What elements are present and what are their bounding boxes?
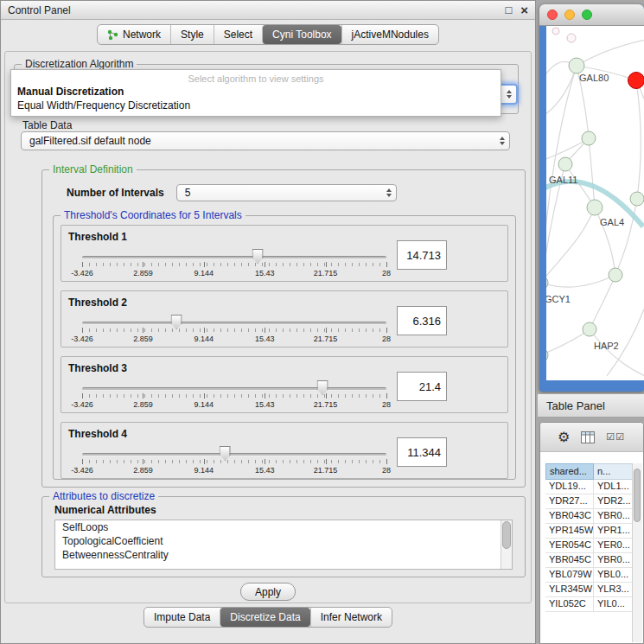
close-traffic-light-icon[interactable]: [547, 10, 558, 20]
table-row[interactable]: YBR043C YBR0...: [545, 509, 634, 524]
number-of-intervals-value: 5: [185, 187, 191, 199]
zoom-traffic-light-icon[interactable]: [582, 10, 592, 20]
table-row[interactable]: YPR145W YPR1...: [545, 524, 634, 539]
numerical-attributes-list: SelfLoops TopologicalCoefficient Between…: [54, 520, 513, 570]
table-row[interactable]: YDR27... YDR2...: [545, 494, 634, 509]
columns-icon[interactable]: [581, 431, 595, 443]
threshold-1-slider[interactable]: -3.426 2.859 9.144 15.43 21.715 28: [82, 248, 386, 279]
network-canvas[interactable]: GAL80 GAL11 GAL4 GCY1 HAP2: [546, 26, 644, 380]
gear-icon[interactable]: ⚙: [558, 430, 570, 444]
select-columns-icon[interactable]: ☑☑: [606, 431, 625, 443]
scrollbar-thumb[interactable]: [502, 521, 511, 549]
dropdown-hint: Select algorithm to view settings: [11, 72, 501, 85]
node[interactable]: [609, 268, 622, 282]
node[interactable]: [630, 192, 644, 206]
node-hap2[interactable]: [583, 322, 596, 336]
tab-jactivemnodules[interactable]: jActiveMNodules: [341, 25, 438, 44]
slider-track[interactable]: [82, 387, 386, 391]
threshold-1-value-field[interactable]: 14.713: [397, 240, 447, 270]
slider-track[interactable]: [82, 453, 386, 456]
column-header-name[interactable]: n...: [594, 463, 634, 480]
node-gcy1[interactable]: [546, 276, 548, 290]
table-row[interactable]: YDL19... YDL1...: [545, 480, 634, 494]
control-panel-window: Control Panel □ × Network: [0, 0, 536, 644]
slider-track[interactable]: [82, 256, 386, 259]
highlighted-node[interactable]: [628, 73, 644, 89]
node-label-gal4: GAL4: [600, 217, 624, 227]
threshold-4-panel: Threshold 4 -3.426 2.859 9.144 15.43: [61, 422, 508, 479]
node[interactable]: [546, 348, 548, 362]
dropdown-option-equal-width-frequency[interactable]: Equal Width/Frequency Discretization: [11, 99, 501, 112]
threshold-4-value-field[interactable]: 11.344: [397, 437, 447, 467]
threshold-3-slider[interactable]: -3.426 2.859 9.144 15.43 21.715 28: [82, 379, 386, 411]
tab-select[interactable]: Select: [214, 25, 262, 44]
minimize-traffic-light-icon[interactable]: [564, 10, 575, 20]
node-gal4[interactable]: [587, 200, 603, 215]
algorithm-dropdown-list: Select algorithm to view settings Manual…: [10, 69, 501, 117]
control-panel-titlebar[interactable]: Control Panel □ ×: [1, 1, 535, 20]
slider-thumb[interactable]: [317, 380, 328, 395]
apply-button[interactable]: Apply: [240, 583, 296, 601]
column-header-shared-name[interactable]: shared...: [545, 463, 594, 480]
table-body: YDL19... YDL1... YDR27... YDR2... YBR043…: [545, 480, 634, 612]
slider-ticks: [82, 263, 386, 266]
table-panel-title: Table Panel: [546, 399, 605, 412]
table-data-combobox[interactable]: galFiltered.sif default node: [21, 131, 510, 150]
slider-thumb[interactable]: [252, 249, 264, 264]
slider-thumb[interactable]: [171, 315, 182, 329]
node-gal11[interactable]: [558, 157, 572, 171]
tab-infer-network[interactable]: Infer Network: [310, 608, 392, 627]
table-header-row: shared... n...: [545, 463, 634, 480]
interval-definition-title: Interval Definition: [49, 163, 137, 175]
small-node[interactable]: [552, 28, 559, 35]
list-item[interactable]: TopologicalCoefficient: [55, 534, 512, 548]
tab-style[interactable]: Style: [170, 25, 214, 44]
slider-track[interactable]: [82, 322, 386, 325]
combo-arrows-icon: [507, 90, 512, 99]
discretization-algorithm-group-title: Discretization Algorithm: [22, 58, 137, 70]
threshold-3-value-field[interactable]: 21.4: [397, 372, 447, 401]
dropdown-option-manual-discretization[interactable]: Manual Discretization: [11, 85, 501, 99]
window-title: Control Panel: [8, 4, 71, 16]
slider-ticks: [82, 394, 386, 398]
attributes-scrollbar[interactable]: [501, 520, 512, 569]
table-row[interactable]: YBL079W YBL0...: [545, 568, 634, 583]
threshold-2-slider[interactable]: -3.426 2.859 9.144 15.43 21.715 28: [82, 314, 386, 345]
combo-arrows-icon: [386, 188, 392, 197]
node-table-window: ⚙ ☑☑ shared... n... YDL19... YDL1... YDR…: [539, 422, 644, 644]
node-label-gcy1: GCY1: [546, 294, 571, 304]
table-row[interactable]: YER054C YER0...: [545, 539, 634, 553]
table-scrollbar[interactable]: [632, 463, 642, 642]
node[interactable]: [582, 131, 596, 145]
list-item[interactable]: SelfLoops: [55, 520, 512, 534]
table-data-value: galFiltered.sif default node: [29, 135, 151, 147]
thresholds-group-title: Threshold's Coordinates for 5 Intervals: [61, 209, 245, 221]
float-window-icon[interactable]: □: [505, 4, 512, 16]
number-of-intervals-label: Number of Intervals: [67, 187, 164, 199]
threshold-2-value-field[interactable]: 6.316: [397, 306, 447, 335]
table-data-label: Table Data: [22, 119, 72, 131]
threshold-4-slider[interactable]: -3.426 2.859 9.144 15.43 21.715 28: [82, 445, 386, 476]
slider-thumb[interactable]: [220, 446, 231, 461]
tab-cyni-toolbox[interactable]: Cyni Toolbox: [262, 25, 341, 44]
table-panel-titlebar[interactable]: Table Panel: [538, 393, 644, 418]
table-row[interactable]: YLR345W YLR3...: [545, 583, 634, 597]
tab-network[interactable]: Network: [98, 25, 170, 44]
slider-ticks: [82, 328, 386, 332]
number-of-intervals-combobox[interactable]: 5: [176, 184, 397, 201]
list-item[interactable]: BetweennessCentrality: [55, 548, 512, 562]
tab-network-label: Network: [123, 29, 161, 41]
table-row[interactable]: YIL052C YIL0...: [545, 597, 634, 612]
node-gal80[interactable]: [569, 58, 584, 73]
tab-impute-data[interactable]: Impute Data: [144, 608, 220, 627]
node-label-gal11: GAL11: [549, 175, 577, 185]
network-window-titlebar[interactable]: [539, 4, 644, 26]
close-icon[interactable]: ×: [520, 4, 528, 16]
small-node[interactable]: [567, 34, 576, 42]
node-label-gal80: GAL80: [579, 73, 609, 83]
top-tab-bar: Network Style Select Cyni Toolbox jActiv…: [1, 24, 535, 45]
thresholds-group: Threshold's Coordinates for 5 Intervals …: [53, 215, 516, 480]
table-row[interactable]: YBR045C YBR0...: [545, 553, 634, 568]
scrollbar-thumb[interactable]: [634, 469, 641, 522]
tab-discretize-data[interactable]: Discretize Data: [220, 608, 309, 627]
